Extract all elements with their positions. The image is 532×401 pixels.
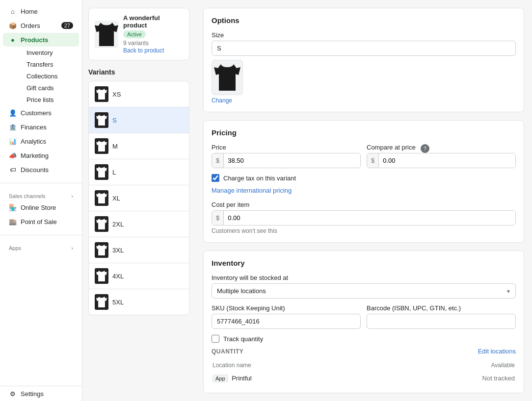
sidebar-item-orders[interactable]: 📦 Orders 27 xyxy=(3,19,79,32)
variant-label: XS xyxy=(112,91,121,98)
product-variants-count: 9 variants xyxy=(123,40,183,47)
cost-per-item-input[interactable] xyxy=(224,211,515,225)
sidebar-item-discounts[interactable]: 🏷 Discounts xyxy=(3,163,79,176)
variant-thumb xyxy=(95,138,108,154)
apps-expand-icon[interactable]: › xyxy=(71,245,73,251)
variant-thumb xyxy=(95,268,108,284)
finances-icon: 🏦 xyxy=(9,123,17,131)
variant-item[interactable]: 2XL xyxy=(89,211,189,237)
variant-label: 5XL xyxy=(112,299,124,306)
sidebar-item-finances[interactable]: 🏦 Finances xyxy=(3,120,79,134)
variant-label: M xyxy=(112,143,118,150)
charge-tax-row: Charge tax on this variant xyxy=(212,174,516,182)
compare-price-help-icon[interactable]: ? xyxy=(421,144,429,153)
variant-label: 4XL xyxy=(112,273,124,280)
online-store-icon: 🏪 xyxy=(9,203,17,211)
variant-thumb xyxy=(95,216,108,232)
sidebar-item-price-lists[interactable]: Price lists xyxy=(21,94,79,105)
barcode-label: Barcode (ISBN, UPC, GTIN, etc.) xyxy=(367,304,516,312)
customers-icon: 👤 xyxy=(9,109,17,117)
sku-field: SKU (Stock Keeping Unit) xyxy=(212,304,361,329)
stocked-at-label: Inventory will be stocked at xyxy=(212,274,516,281)
product-thumbnail xyxy=(95,21,118,48)
sidebar-item-pos[interactable]: 🏬 Point of Sale xyxy=(3,215,79,228)
variant-item[interactable]: 5XL xyxy=(89,289,189,315)
variant-item[interactable]: XL xyxy=(89,185,189,211)
sidebar-item-transfers[interactable]: Transfers xyxy=(21,59,79,70)
location-cell: App Printful xyxy=(213,373,377,384)
variant-thumb xyxy=(95,112,108,128)
track-quantity-row: Track quantity xyxy=(212,335,516,343)
manage-international-pricing-link[interactable]: Manage international pricing xyxy=(212,187,292,194)
sku-label: SKU (Stock Keeping Unit) xyxy=(212,304,361,312)
settings-icon: ⚙ xyxy=(9,390,17,398)
discounts-icon: 🏷 xyxy=(9,166,17,174)
compare-price-input[interactable] xyxy=(379,153,515,168)
charge-tax-label: Charge tax on this variant xyxy=(223,175,296,182)
variant-label: XL xyxy=(112,195,120,202)
variant-item[interactable]: L xyxy=(89,159,189,185)
sidebar-item-marketing[interactable]: 📣 Marketing xyxy=(3,149,79,162)
price-field: Price $ xyxy=(212,144,361,168)
location-name: Printful xyxy=(232,375,251,382)
sales-channels-expand-icon[interactable]: › xyxy=(71,193,73,199)
compare-price-label: Compare at price xyxy=(367,144,416,151)
product-status-badge: Active xyxy=(123,30,146,38)
variant-item[interactable]: S xyxy=(89,107,189,133)
price-input[interactable] xyxy=(224,153,360,168)
price-row: Price $ Compare at price ? $ xyxy=(212,144,516,168)
options-title: Options xyxy=(212,16,516,25)
product-name: A wonderful product xyxy=(123,14,183,29)
sidebar-item-inventory[interactable]: Inventory xyxy=(21,47,79,58)
track-quantity-checkbox[interactable] xyxy=(212,335,219,343)
variant-label: L xyxy=(112,169,116,176)
barcode-input[interactable] xyxy=(367,314,516,329)
variant-thumb xyxy=(95,164,108,180)
table-row: App Printful Not tracked xyxy=(213,373,515,384)
stocked-at-select[interactable]: Multiple locationsSingle location xyxy=(212,283,516,299)
cost-note: Customers won't see this xyxy=(212,227,516,234)
variant-item[interactable]: 4XL xyxy=(89,263,189,289)
variant-item[interactable]: M xyxy=(89,133,189,159)
change-image-link[interactable]: Change xyxy=(212,97,232,104)
analytics-icon: 📊 xyxy=(9,137,17,145)
sidebar-item-analytics[interactable]: 📊 Analytics xyxy=(3,134,79,148)
location-name-header: Location name xyxy=(213,360,377,372)
product-header: A wonderful product Active 9 variants Ba… xyxy=(88,8,189,60)
inventory-card: Inventory Inventory will be stocked at M… xyxy=(203,251,524,393)
sidebar-item-collections[interactable]: Collections xyxy=(21,71,79,82)
quantity-title: QUANTITY xyxy=(212,348,243,355)
variant-thumb xyxy=(95,294,108,310)
cost-per-item-input-wrapper: $ xyxy=(212,210,516,226)
inventory-title: Inventory xyxy=(212,259,516,267)
sku-input[interactable] xyxy=(212,314,361,329)
back-to-product-link[interactable]: Back to product xyxy=(123,47,164,54)
orders-icon: 📦 xyxy=(9,22,17,29)
sidebar-item-online-store[interactable]: 🏪 Online Store xyxy=(3,200,79,214)
charge-tax-checkbox[interactable] xyxy=(212,174,219,182)
sidebar-item-products[interactable]: ● Products xyxy=(3,33,79,47)
sidebar-item-settings[interactable]: ⚙ Settings xyxy=(3,387,79,401)
sidebar-item-gift-cards[interactable]: Gift cards xyxy=(21,82,79,94)
quantity-section: QUANTITY Edit locations Location name Av… xyxy=(212,348,516,385)
home-icon: ⌂ xyxy=(9,7,17,15)
variant-thumb xyxy=(95,86,108,102)
available-cell: Not tracked xyxy=(378,373,515,384)
pricing-card: Pricing Price $ Compare at price ? $ xyxy=(203,120,524,243)
variant-label: S xyxy=(112,117,117,124)
compare-price-input-wrapper: $ xyxy=(367,153,516,168)
variant-item[interactable]: XS xyxy=(89,81,189,107)
edit-locations-link[interactable]: Edit locations xyxy=(478,348,516,355)
size-input[interactable] xyxy=(212,41,516,56)
price-label: Price xyxy=(212,144,361,151)
sidebar: ⌂ Home 📦 Orders 27 ● Products Inventory … xyxy=(0,0,82,401)
variants-panel: A wonderful product Active 9 variants Ba… xyxy=(82,0,195,401)
available-header: Available xyxy=(378,360,515,372)
quantity-table: Location name Available App Printful Not… xyxy=(212,359,516,385)
sales-channels-label: Sales channels › xyxy=(0,189,82,200)
variant-item[interactable]: 3XL xyxy=(89,237,189,263)
sidebar-item-home[interactable]: ⌂ Home xyxy=(3,4,79,18)
price-currency-symbol: $ xyxy=(212,153,224,168)
sidebar-item-customers[interactable]: 👤 Customers xyxy=(3,106,79,120)
variant-thumb xyxy=(95,242,108,258)
